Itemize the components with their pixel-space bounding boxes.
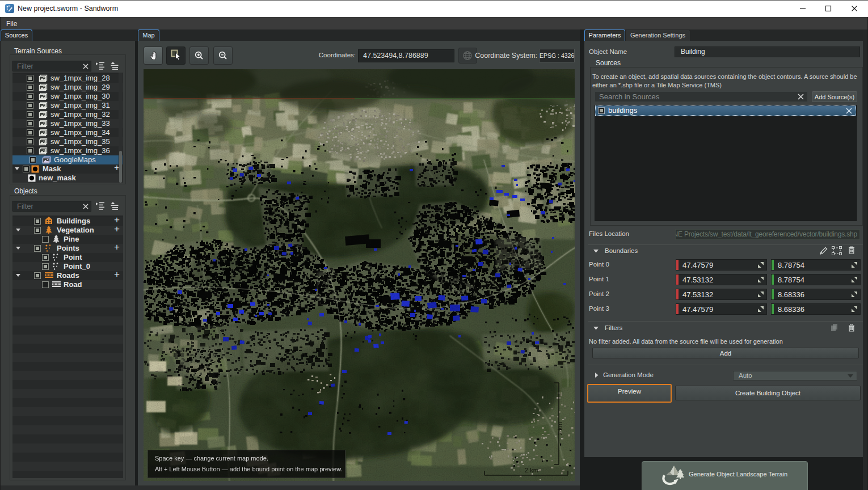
svg-text:2 km: 2 km <box>525 467 538 474</box>
svg-text:2 km: 2 km <box>557 422 563 436</box>
